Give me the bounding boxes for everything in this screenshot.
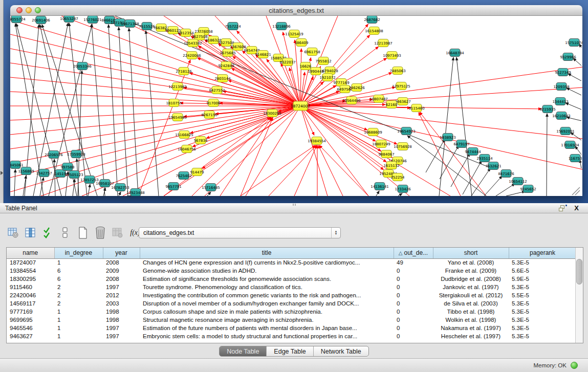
- node-label: 9327508: [218, 41, 234, 45]
- node-label: 1615132: [383, 164, 399, 168]
- tab-network-table[interactable]: Network Table: [314, 346, 368, 356]
- table-row[interactable]: 1938455462009Genome-wide association stu…: [7, 267, 576, 275]
- red-edge: [246, 106, 300, 196]
- table-select-dropdown[interactable]: citations_edges.txt ▲▼: [139, 227, 341, 238]
- node-label: 14136141: [371, 185, 389, 189]
- table-panel: Table Panel X: [0, 203, 588, 358]
- black-edge: [573, 58, 581, 65]
- node-label: 12923448: [126, 191, 145, 195]
- node-label: 8322037: [279, 60, 295, 64]
- collapsed-panel-strip[interactable]: [0, 0, 4, 203]
- network-window: citations_edges.txt: [10, 5, 582, 196]
- column-header-pagerank[interactable]: pagerank: [509, 248, 576, 258]
- node-label: 997588: [61, 165, 75, 169]
- table-row[interactable]: 1456911722003Disruption of a novel membe…: [7, 299, 576, 308]
- node-label: 9329966: [560, 55, 576, 59]
- red-edge: [192, 117, 271, 196]
- black-edge: [92, 24, 105, 196]
- vertical-scrollbar[interactable]: [575, 248, 583, 343]
- red-edge: [205, 106, 300, 196]
- node-label: 1810755: [166, 101, 182, 105]
- black-edge: [496, 184, 515, 196]
- black-edge: [398, 193, 402, 196]
- node-label: 7557224: [225, 25, 241, 29]
- red-edge: [300, 49, 301, 106]
- table-row[interactable]: 946554611997Estimation of the future num…: [7, 324, 576, 332]
- resize-grip-icon: [572, 187, 580, 195]
- node-label: 12213987: [374, 41, 393, 46]
- node-label: 8215935: [539, 107, 555, 112]
- column-header-in-degree[interactable]: in_degree: [54, 248, 103, 258]
- red-edge: [318, 145, 343, 196]
- network-canvas[interactable]: 1405572420691406106532871527602184661601…: [10, 16, 582, 196]
- memory-ok-icon[interactable]: [571, 362, 578, 369]
- node-label: 19654923: [397, 129, 416, 134]
- window-titlebar[interactable]: citations_edges.txt: [10, 5, 582, 16]
- node-label: 10688609: [364, 130, 382, 135]
- black-edge: [129, 28, 138, 196]
- node-label: 567834: [194, 139, 208, 143]
- node-label: 14671368: [121, 22, 139, 26]
- node-label: 15166825: [175, 133, 193, 137]
- table-settings-icon[interactable]: [7, 226, 19, 239]
- black-edge: [568, 74, 581, 81]
- black-edge: [119, 27, 128, 196]
- node-label: 8471676: [498, 172, 514, 176]
- black-edge: [207, 192, 211, 196]
- node-label: 10973493: [383, 54, 401, 58]
- node-label: 14055724: [10, 17, 26, 21]
- panel-expander-icon[interactable]: [1, 171, 3, 175]
- new-table-icon[interactable]: [77, 226, 89, 239]
- table-row[interactable]: 911546021997Tourette syndrome. Phenomeno…: [7, 283, 576, 291]
- node-label: 16648784: [446, 51, 464, 55]
- column-header-name[interactable]: name: [7, 248, 54, 258]
- column-header-short[interactable]: short: [433, 248, 509, 258]
- node-label: 9245652: [520, 187, 536, 191]
- red-edge: [241, 118, 273, 196]
- node-label: 1990448: [308, 70, 323, 74]
- node-label: 15751074: [565, 41, 582, 45]
- column-header-title[interactable]: title: [140, 248, 394, 258]
- split-handle-icon[interactable]: [293, 204, 296, 206]
- scrollbar-thumb[interactable]: [576, 259, 582, 285]
- tab-node-table[interactable]: Node Table: [220, 346, 267, 356]
- select-all-rows-icon[interactable]: [42, 226, 54, 239]
- black-edge: [54, 159, 55, 196]
- float-panel-icon[interactable]: [559, 205, 565, 211]
- column-header-year[interactable]: year: [103, 248, 140, 258]
- table-row[interactable]: 2242004622012Investigating the contribut…: [7, 291, 576, 299]
- red-edge: [269, 145, 316, 196]
- show-column-icon[interactable]: [25, 226, 37, 239]
- close-panel-icon[interactable]: X: [574, 204, 579, 212]
- red-edge: [294, 145, 317, 196]
- table-row[interactable]: 1872400712008Changes of HCN gene express…: [7, 258, 576, 267]
- node-label: 7955812: [315, 59, 331, 63]
- node-label: 8267150: [201, 113, 217, 117]
- memory-status-label: Memory: OK: [533, 362, 567, 368]
- column-header-out-degree[interactable]: △out_de...: [394, 248, 433, 258]
- table-toolbar: f(x): [7, 224, 141, 242]
- red-edge: [10, 106, 300, 120]
- table-row[interactable]: 946362711997Embryonic stem cells: a mode…: [7, 332, 576, 340]
- red-edge: [300, 106, 367, 130]
- clear-selection-icon[interactable]: [59, 226, 72, 239]
- red-edge: [419, 113, 461, 196]
- node-label: 9857791: [165, 185, 181, 189]
- table-row[interactable]: 977716911998Corpus callosum shape and si…: [7, 308, 576, 316]
- table-row[interactable]: 1830029562008Estimation of significance …: [7, 275, 576, 283]
- delete-table-icon[interactable]: [94, 226, 106, 239]
- table-panel-header[interactable]: Table Panel X: [0, 203, 588, 213]
- black-edge: [565, 103, 581, 110]
- node-label: 15716485: [202, 186, 220, 190]
- tab-edge-table[interactable]: Edge Table: [267, 346, 313, 356]
- red-edge: [220, 118, 272, 196]
- red-edge: [215, 106, 300, 114]
- table-panel-title: Table Panel: [5, 205, 37, 212]
- node-label: 19654985: [168, 116, 187, 120]
- node-label: 7462626: [349, 86, 365, 90]
- table-row[interactable]: 969969511998Structural magnetic resonanc…: [7, 316, 576, 324]
- black-edge: [571, 133, 581, 140]
- black-edge: [119, 192, 121, 196]
- node-label: 20206576: [45, 153, 63, 157]
- node-label: 1733426: [395, 187, 411, 191]
